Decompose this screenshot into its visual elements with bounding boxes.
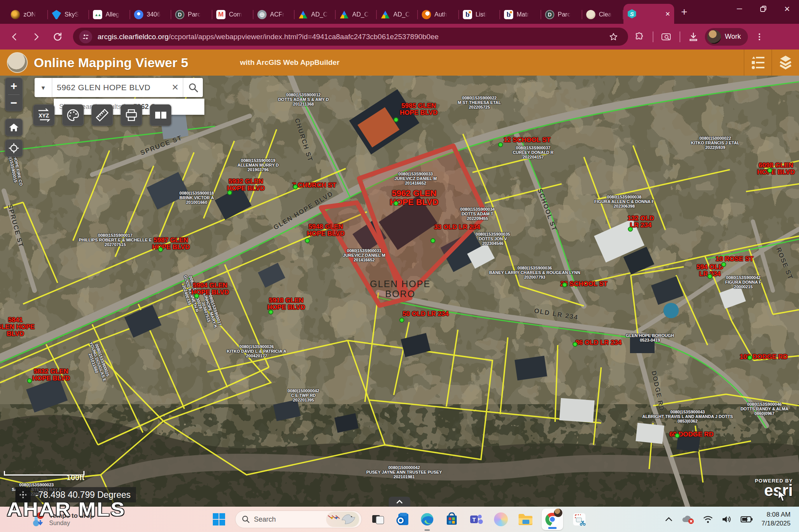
tab[interactable]: Clea: [582, 5, 623, 24]
forward-icon: [31, 32, 41, 41]
globe-favicon: [257, 10, 267, 19]
tab[interactable]: AD_C: [377, 5, 418, 24]
minimize-button[interactable]: ─: [728, 0, 751, 18]
restore-icon: [760, 5, 767, 12]
kebab-menu-icon: [755, 33, 764, 41]
wifi-icon[interactable]: [703, 515, 713, 524]
tab[interactable]: ACFr: [254, 5, 295, 24]
tab[interactable]: Matr: [500, 5, 541, 24]
measure-tool-button[interactable]: [91, 104, 113, 126]
file-explorer-button[interactable]: [517, 511, 534, 528]
drive-favicon: [381, 10, 390, 19]
browser-menu-button[interactable]: [751, 28, 768, 45]
forward-button[interactable]: [27, 28, 45, 46]
tab-title: AD_C: [352, 11, 369, 18]
volume-icon[interactable]: [721, 515, 732, 524]
maximize-button[interactable]: [751, 0, 775, 18]
weather-subtext: Sunday: [49, 520, 94, 527]
extensions-button[interactable]: [631, 28, 648, 45]
tab[interactable]: Parc: [541, 5, 582, 24]
battery-icon[interactable]: [741, 515, 753, 523]
reload-button[interactable]: [48, 28, 67, 46]
tab[interactable]: SkyS: [48, 5, 89, 24]
drive-favicon: [298, 10, 308, 19]
bookmark-button[interactable]: [605, 28, 622, 45]
search-highlight-image: [326, 512, 359, 527]
taskbar-search-label: Search: [254, 515, 276, 524]
taskbar-clock[interactable]: 8:08 AM 7/18/2025: [761, 511, 791, 528]
aerial-map: [0, 76, 799, 507]
search-icon: [242, 515, 250, 524]
close-window-button[interactable]: ✕: [775, 0, 799, 18]
clock-time: 8:08 AM: [761, 511, 791, 519]
star-icon: [609, 32, 618, 41]
copilot-button[interactable]: [492, 511, 509, 528]
address-bar[interactable]: arcgis.clearfieldco.org/ccportal/apps/we…: [73, 28, 628, 46]
search-input[interactable]: [52, 78, 167, 97]
snipping-tool-button[interactable]: [571, 511, 588, 528]
alleg-favicon: [93, 10, 102, 19]
edge-button[interactable]: [419, 511, 436, 528]
attribute-table-pull-tab[interactable]: [389, 497, 410, 507]
mls-watermark: AHAR MLS: [7, 498, 126, 520]
system-tray: 8:08 AM 7/18/2025: [665, 511, 791, 528]
app-title: Online Mapping Viewer 5: [34, 55, 188, 70]
store-button[interactable]: [443, 511, 460, 528]
map-canvas[interactable]: CHURCH STSPRUCE STSPRUCE STGLEN HOPE BLV…: [0, 76, 799, 507]
locate-icon: [8, 143, 19, 154]
avatar: [707, 30, 721, 44]
layers-button[interactable]: [771, 50, 799, 76]
home-extent-button[interactable]: [5, 119, 23, 136]
url-text[interactable]: arcgis.clearfieldco.org/ccportal/apps/we…: [98, 33, 439, 41]
tab[interactable]: 3406: [130, 5, 171, 24]
tab-title: Parc: [558, 11, 570, 18]
zoom-out-button[interactable]: −: [5, 94, 22, 111]
search-button[interactable]: [183, 78, 203, 97]
start-button[interactable]: [211, 511, 227, 528]
coordinate-tool-button[interactable]: XYZ: [33, 104, 55, 126]
tab[interactable]: Parc: [171, 5, 212, 24]
tab-title: Auth: [434, 11, 447, 18]
legend-button[interactable]: [744, 50, 771, 76]
tune-icon: [82, 33, 90, 41]
site-settings-icon[interactable]: [79, 30, 92, 43]
taskbar-center: Search T: [211, 507, 588, 532]
downloads-button[interactable]: [685, 28, 702, 45]
tab-title: AD_C: [393, 11, 410, 18]
outlook-button[interactable]: [394, 511, 411, 528]
tab[interactable]: Auth: [418, 5, 459, 24]
print-tool-button[interactable]: [121, 104, 142, 126]
tab[interactable]: zON: [7, 5, 48, 24]
tab[interactable]: AD_C: [295, 5, 336, 24]
tab-active[interactable]: ✕: [623, 4, 674, 24]
zoom-in-button[interactable]: +: [5, 78, 22, 94]
chrome-button[interactable]: [542, 509, 563, 530]
search-clear-button[interactable]: ✕: [167, 78, 183, 97]
tab[interactable]: AD_C: [336, 5, 377, 24]
taskbar-search[interactable]: Search: [235, 511, 362, 528]
tab-close-icon[interactable]: ✕: [665, 10, 670, 18]
tab[interactable]: Alleg: [89, 5, 130, 24]
tab-title: 3406: [147, 11, 161, 18]
basemap-gallery-button[interactable]: [150, 104, 171, 126]
new-tab-button[interactable]: +: [681, 6, 687, 18]
download-icon: [688, 32, 698, 42]
scale-bar: 100ft: [4, 471, 85, 482]
onedrive-error-icon[interactable]: [681, 514, 695, 524]
seal-favicon: [586, 10, 595, 19]
scale-label: 100ft: [4, 473, 85, 482]
tab-search-button[interactable]: [658, 28, 675, 45]
tab[interactable]: Com: [212, 5, 254, 24]
search-source-dropdown[interactable]: ▼: [35, 78, 52, 97]
teams-button[interactable]: T: [468, 511, 485, 528]
back-button[interactable]: [5, 28, 24, 46]
tray-chevron-icon[interactable]: [665, 517, 673, 522]
tab[interactable]: Listi: [459, 5, 500, 24]
profile-button[interactable]: Work: [705, 28, 748, 46]
draw-tool-button[interactable]: [62, 104, 84, 126]
county-seal-logo: [7, 52, 28, 73]
tab-search-icon: [661, 32, 672, 42]
task-view-button[interactable]: [370, 511, 386, 528]
folder-icon: [518, 513, 533, 526]
locate-button[interactable]: [5, 139, 23, 157]
